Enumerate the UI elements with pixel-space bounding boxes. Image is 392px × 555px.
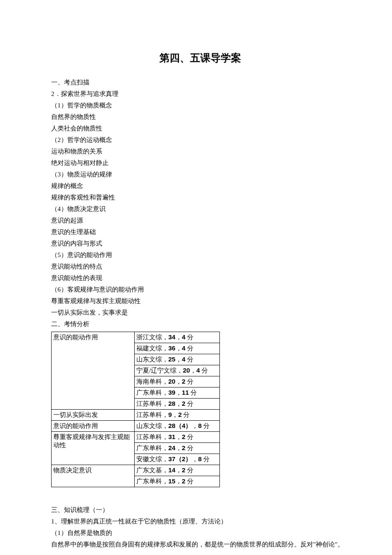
points-unit: 分 — [200, 367, 208, 374]
score-cell: 宁夏/辽宁文综，20，4 分 — [135, 365, 220, 376]
score-cell: 广东文基，14，2 分 — [135, 465, 220, 476]
points-number: 4 — [182, 333, 185, 341]
points-number: 2 — [182, 466, 185, 474]
question-number: 15 — [168, 477, 176, 485]
region-text: 江苏单科 — [136, 434, 162, 440]
region-text: 安徽文综 — [136, 456, 162, 462]
region-text: 福建文综 — [136, 345, 162, 352]
points-number: 4 — [196, 367, 200, 374]
score-cell: 江苏单科，9，2 分 — [135, 410, 220, 421]
page-title: 第四、五课导学案 — [51, 51, 349, 65]
outline-line: 规律的客观性和普遍性 — [51, 192, 349, 203]
region-text: 山东文综 — [136, 356, 162, 363]
table-row: 一切从实际出发江苏单科，9，2 分 — [52, 410, 220, 421]
table-row: 物质决定意识广东文基，14，2 分 — [52, 465, 220, 476]
score-cell: 海南单科，20，2 分 — [135, 376, 220, 387]
points-unit: 分 — [185, 334, 193, 341]
section3-line: 1、理解世界的真正统一性就在于它的物质性（原理、方法论） — [51, 516, 349, 527]
score-cell: 广东单科，24，2 分 — [135, 443, 220, 454]
question-number: 20 — [183, 367, 190, 374]
score-cell: 广东单科，15，2 分 — [135, 476, 220, 487]
score-cell: 福建文综，36，4 分 — [135, 343, 220, 354]
region-text: 广东文基 — [136, 467, 162, 474]
outline-line: （3）物质运动的规律 — [51, 169, 349, 180]
points-unit: 分 — [185, 434, 193, 440]
region-text: 广东单科 — [136, 445, 162, 451]
points-number: 2 — [182, 477, 185, 485]
outline-line: （5）意识的能动作用 — [51, 249, 349, 261]
exam-table: 意识的能动作用浙江文综，34，4 分福建文综，36，4 分山东文综，25，4 分… — [51, 332, 220, 487]
outline-line: （2）哲学的运动概念 — [51, 134, 349, 146]
outline-line: 2．探索世界与追求真理 — [51, 88, 349, 100]
outline-line: 意识的起源 — [51, 215, 349, 226]
section-2-heading: 二、考情分析 — [51, 318, 349, 330]
points-unit: 分 — [189, 389, 197, 396]
outline-line: 自然界的物质性 — [51, 111, 349, 123]
topic-cell: 意识的能动作用 — [52, 421, 135, 432]
question-number: 39 — [168, 389, 176, 396]
topic-cell: 尊重客观规律与发挥主观能动性 — [52, 432, 135, 465]
outline-line: 人类社会的物质性 — [51, 123, 349, 134]
outline-line: （1）哲学的物质概念 — [51, 100, 349, 111]
points-unit: 分 — [185, 467, 193, 474]
topic-cell: 意识的能动作用 — [52, 332, 135, 410]
points-unit: 分 — [185, 356, 193, 363]
region-text: 江苏单科 — [136, 400, 162, 407]
topic-cell: 一切从实际出发 — [52, 410, 135, 421]
question-number: 24 — [168, 444, 176, 451]
points-unit: 分 — [202, 456, 210, 462]
points-number: 2 — [182, 400, 185, 407]
outline-line: （4）物质决定意识 — [51, 203, 349, 215]
points-number: 2 — [182, 378, 185, 385]
points-unit: 分 — [185, 345, 193, 352]
section-1-heading: 一、考点扫描 — [51, 77, 349, 88]
table-row: 意识的能动作用浙江文综，34，4 分 — [52, 332, 220, 343]
points-unit: 分 — [182, 411, 190, 418]
points-unit: 分 — [202, 422, 210, 429]
section3-line: （1）自然界是物质的 — [51, 527, 349, 539]
outline-line: 规律的概念 — [51, 180, 349, 192]
points-number: 2 — [182, 444, 185, 451]
outline-line: 意识的内容与形式 — [51, 238, 349, 249]
section3-line: 自然界中的事物是按照自身固有的规律形成和发展的，都是统一的物质世界的组成部分。反… — [51, 539, 349, 550]
score-cell: 浙江文综，34，4 分 — [135, 332, 220, 343]
table-row: 尊重客观规律与发挥主观能动性江苏单科，31，2 分 — [52, 432, 220, 443]
section-3-heading: 三、知识梳理（一） — [51, 504, 349, 516]
region-text: 浙江文综 — [136, 334, 162, 341]
region-text: 宁夏/辽宁文综 — [136, 367, 176, 374]
outline-line: 尊重客观规律与发挥主观能动性 — [51, 295, 349, 307]
question-number: 28（4） — [168, 422, 192, 429]
points-number: 2 — [182, 433, 185, 440]
question-number: 34 — [168, 333, 176, 341]
question-number: 36 — [168, 344, 176, 352]
points-unit: 分 — [185, 478, 193, 485]
points-unit: 分 — [185, 445, 193, 451]
region-text: 海南单科 — [136, 378, 162, 385]
outline-line: 绝对运动与相对静止 — [51, 157, 349, 169]
question-number: 14 — [168, 466, 176, 474]
outline-line: 运动和物质的关系 — [51, 146, 349, 157]
outline-line: （6）客观规律与意识的能动作用 — [51, 284, 349, 295]
points-number: 11 — [182, 389, 189, 396]
points-number: 4 — [182, 356, 185, 363]
points-unit: 分 — [185, 378, 193, 385]
score-cell: 山东文综，25，4 分 — [135, 354, 220, 365]
question-number: 31 — [168, 433, 176, 440]
region-text: 山东文综 — [136, 422, 162, 429]
points-number: 2 — [178, 411, 182, 418]
outline-line: 意识的生理基础 — [51, 226, 349, 238]
region-text: 广东单科 — [136, 478, 162, 485]
score-cell: 江苏单科，28，2 分 — [135, 399, 220, 410]
outline-line: 意识能动性的表现 — [51, 272, 349, 284]
points-unit: 分 — [185, 400, 193, 407]
region-text: 广东单科 — [136, 389, 162, 396]
outline-line: 一切从实际出发，实事求是 — [51, 307, 349, 318]
question-number: 37（2） — [168, 455, 192, 462]
outline-line: 意识能动性的特点 — [51, 261, 349, 272]
question-number: 28 — [168, 400, 176, 407]
question-number: 25 — [168, 356, 176, 363]
question-number: 20 — [168, 378, 176, 385]
points-number: 4 — [182, 344, 185, 352]
region-text: 江苏单科 — [136, 411, 162, 418]
score-cell: 广东单科，39，11 分 — [135, 387, 220, 399]
